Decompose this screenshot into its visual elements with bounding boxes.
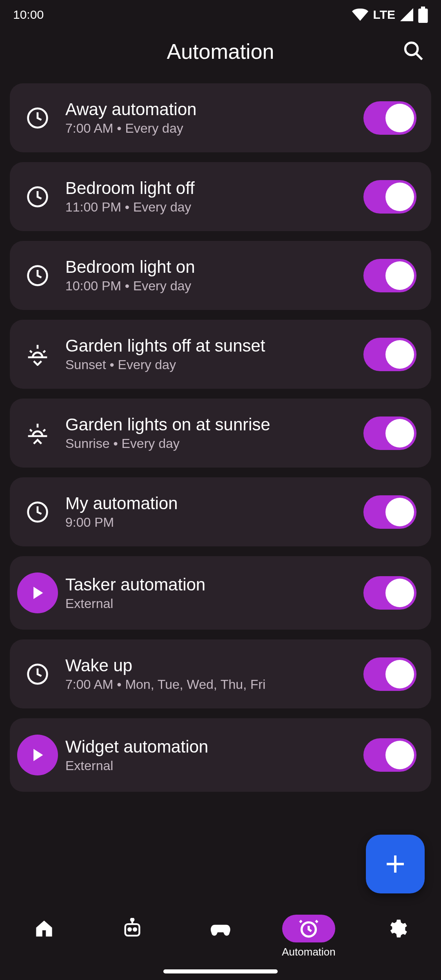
automation-title: Widget automation [65,737,349,757]
gamepad-icon [209,917,232,940]
automation-row[interactable]: Bedroom light on 10:00 PM • Every day [10,241,431,310]
svg-point-21 [134,928,136,931]
search-icon [403,40,424,61]
automation-row[interactable]: Wake up 7:00 AM • Mon, Tue, Wed, Thu, Fr… [10,639,431,708]
clock-icon [24,263,51,289]
automation-toggle[interactable] [363,101,416,135]
automation-row[interactable]: Widget automation External [10,718,431,792]
automation-toggle[interactable] [363,180,416,214]
battery-icon [418,7,428,23]
status-bar: 10:00 LTE [0,0,441,29]
automation-title: Bedroom light off [65,178,349,198]
automation-toggle[interactable] [363,338,416,371]
sunrise-icon [24,420,51,446]
nav-settings[interactable] [353,915,441,942]
alarm-icon [298,918,319,939]
home-icon [33,918,55,939]
play-icon [17,572,58,613]
play-icon [17,735,58,775]
automation-title: My automation [65,494,349,513]
svg-rect-1 [421,7,425,9]
svg-line-12 [30,429,32,431]
automation-row[interactable]: Garden lights off at sunset Sunset • Eve… [10,320,431,389]
svg-line-13 [43,429,45,431]
automation-toggle[interactable] [363,576,416,610]
automation-toggle[interactable] [363,259,416,292]
nav-games[interactable] [176,915,265,942]
wifi-icon [352,8,368,21]
automation-row[interactable]: My automation 9:00 PM [10,477,431,546]
search-button[interactable] [399,36,428,65]
sunset-icon [24,341,51,368]
svg-line-8 [30,350,32,352]
svg-point-2 [405,43,418,55]
automation-subtitle: External [65,596,349,611]
automation-row[interactable]: Tasker automation External [10,556,431,630]
svg-point-23 [131,918,134,921]
robot-icon [122,918,143,939]
svg-point-20 [128,928,131,931]
clock-icon [24,661,51,687]
nav-devices[interactable] [88,915,176,942]
automation-list: Away automation 7:00 AM • Every day Bedr… [0,83,441,792]
signal-icon [400,8,413,21]
automation-subtitle: External [65,758,349,773]
svg-rect-0 [418,9,428,23]
automation-subtitle: 7:00 AM • Every day [65,121,349,136]
automation-subtitle: 11:00 PM • Every day [65,200,349,215]
automation-row[interactable]: Garden lights on at sunrise Sunrise • Ev… [10,399,431,468]
nav-home[interactable] [0,915,88,942]
automation-title: Tasker automation [65,575,349,595]
automation-row[interactable]: Away automation 7:00 AM • Every day [10,83,431,152]
svg-line-3 [416,53,422,60]
automation-toggle[interactable] [363,416,416,450]
automation-subtitle: 7:00 AM • Mon, Tue, Wed, Thu, Fri [65,677,349,692]
automation-title: Bedroom light on [65,257,349,277]
network-label: LTE [373,8,395,22]
automation-subtitle: 9:00 PM [65,515,349,530]
automation-subtitle: Sunset • Every day [65,357,349,372]
automation-title: Wake up [65,656,349,675]
automation-toggle[interactable] [363,657,416,691]
header: Automation [0,29,441,83]
automation-title: Garden lights off at sunset [65,336,349,356]
clock-icon [24,184,51,210]
status-indicators: LTE [352,7,428,23]
automation-subtitle: Sunrise • Every day [65,436,349,451]
gesture-bar [163,969,278,973]
automation-title: Garden lights on at sunrise [65,415,349,434]
automation-title: Away automation [65,100,349,119]
add-automation-button[interactable] [366,835,425,893]
bottom-nav: Automation [0,906,441,980]
page-title: Automation [167,39,274,64]
clock-icon [24,499,51,525]
svg-line-9 [43,350,45,352]
plus-icon [384,853,407,875]
nav-label: Automation [282,946,336,958]
automation-row[interactable]: Bedroom light off 11:00 PM • Every day [10,162,431,231]
clock-icon [24,105,51,131]
automation-subtitle: 10:00 PM • Every day [65,278,349,294]
svg-rect-19 [125,924,140,935]
settings-icon [386,918,408,939]
status-time: 10:00 [13,8,44,22]
nav-automation[interactable]: Automation [265,915,353,958]
automation-toggle[interactable] [363,738,416,772]
automation-toggle[interactable] [363,495,416,529]
